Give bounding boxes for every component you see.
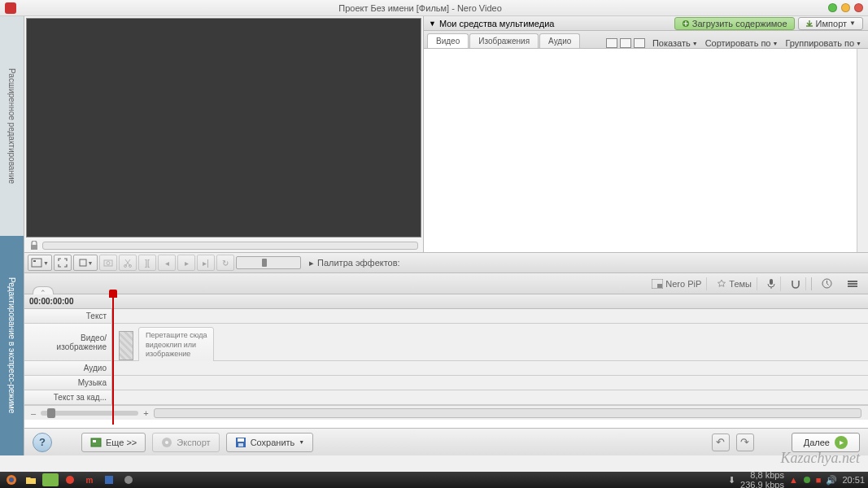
- track-label-music: Музыка: [24, 376, 112, 390]
- track-music[interactable]: [112, 376, 868, 390]
- clock[interactable]: 20:51: [842, 475, 865, 485]
- track-label-caption: Текст за кад...: [24, 390, 112, 404]
- app-icon-5[interactable]: [120, 473, 137, 486]
- svg-point-25: [66, 476, 74, 484]
- timecode-display: 00:00:00:00: [29, 297, 73, 306]
- svg-rect-15: [848, 285, 857, 287]
- loop-button: ↻: [216, 255, 234, 271]
- os-taskbar: m ⬇ 8,8 kbps 236,9 kbps ▲ ■ 🔊 20:51: [0, 472, 868, 488]
- jog-slider[interactable]: [236, 256, 301, 269]
- media-panel-title: Мои средства мультимедиа: [439, 19, 555, 28]
- svg-point-24: [9, 477, 14, 482]
- tray-icon-3[interactable]: ■: [816, 475, 822, 485]
- fullscreen-button[interactable]: [54, 255, 72, 271]
- tab-audio[interactable]: Аудио: [539, 33, 580, 48]
- svg-rect-11: [770, 279, 773, 285]
- app-icon: [5, 2, 16, 14]
- save-button[interactable]: Сохранить ▼: [226, 433, 314, 452]
- titlebar: Проект Без имени [Фильм] - Nero Video: [0, 0, 868, 16]
- more-button[interactable]: Еще >>: [81, 433, 146, 452]
- track-caption[interactable]: [112, 390, 868, 404]
- prev-frame-button: ◂: [158, 255, 176, 271]
- svg-rect-26: [105, 476, 113, 484]
- clock-button[interactable]: [817, 277, 837, 290]
- group-dropdown[interactable]: Группировать по▼: [782, 38, 865, 48]
- app-icon-4[interactable]: [101, 473, 117, 486]
- collapse-icon[interactable]: ▼: [429, 20, 436, 28]
- view-list-icon[interactable]: [620, 38, 631, 48]
- nero-pip-button[interactable]: Nero PiP: [647, 277, 707, 290]
- timeline-ruler[interactable]: 00:00:00:00: [24, 294, 868, 309]
- app-icon-2[interactable]: [62, 473, 78, 486]
- svg-point-19: [165, 441, 168, 444]
- preview-scrollbar[interactable]: [42, 242, 418, 250]
- upload-speed: 236,9 kbps: [740, 480, 784, 488]
- drop-hint: Перетащите сюда видеоклип или изображени…: [138, 327, 214, 364]
- app-icon-3[interactable]: m: [81, 473, 98, 486]
- zoom-out-icon[interactable]: –: [31, 408, 36, 418]
- track-label-text: Текст: [24, 309, 112, 323]
- svg-rect-13: [848, 281, 857, 282]
- folder-icon[interactable]: [23, 473, 39, 486]
- close-button[interactable]: [854, 3, 863, 12]
- export-button: Экспорт: [152, 433, 219, 452]
- view-detail-icon[interactable]: [634, 38, 645, 48]
- svg-rect-10: [657, 284, 662, 288]
- svg-rect-0: [31, 245, 37, 250]
- zoom-slider[interactable]: [41, 411, 138, 416]
- redo-button[interactable]: ↷: [736, 434, 754, 451]
- tool-menu-button[interactable]: ▼: [28, 255, 52, 271]
- lock-icon[interactable]: [29, 241, 39, 251]
- svg-point-27: [124, 476, 133, 484]
- zoom-in-icon[interactable]: +: [143, 408, 148, 418]
- microphone-button[interactable]: [762, 277, 781, 291]
- tab-images[interactable]: Изображения: [469, 33, 539, 48]
- download-icon: ⬇: [728, 475, 735, 486]
- timeline-scrollbar[interactable]: [154, 408, 861, 418]
- view-grid-icon[interactable]: [606, 38, 617, 48]
- crop-button[interactable]: ▼: [73, 255, 98, 271]
- clip-placeholder-icon: [119, 331, 133, 360]
- minimize-button[interactable]: [828, 3, 837, 12]
- svg-rect-21: [238, 438, 244, 442]
- tray-icon-2[interactable]: [803, 476, 811, 484]
- express-edit-tab[interactable]: Редактирование в экспресс-режиме: [0, 236, 24, 455]
- cut-button: [119, 255, 137, 271]
- track-video[interactable]: Перетащите сюда видеоклип или изображени…: [112, 324, 868, 360]
- settings-button[interactable]: [842, 277, 863, 290]
- svg-rect-14: [848, 283, 857, 285]
- media-panel-header: ▼ Мои средства мультимедиа Загрузить сод…: [424, 16, 868, 31]
- window-title: Проект Без имени [Фильм] - Nero Video: [16, 3, 824, 13]
- svg-rect-17: [93, 440, 96, 442]
- help-button[interactable]: ?: [33, 433, 52, 452]
- import-button[interactable]: Импорт ▼: [798, 17, 863, 30]
- media-library[interactable]: [424, 49, 868, 252]
- split-button: ][: [138, 255, 156, 271]
- effects-panel-header[interactable]: ▸ Палитра эффектов:: [303, 258, 865, 268]
- tray-icon-1[interactable]: ▲: [789, 475, 798, 485]
- app-icon-1[interactable]: [42, 473, 59, 486]
- tray-icon-4[interactable]: 🔊: [826, 475, 837, 486]
- preview-viewport[interactable]: [26, 18, 421, 237]
- media-scrollbar[interactable]: [857, 49, 868, 252]
- maximize-button[interactable]: [841, 3, 850, 12]
- show-dropdown[interactable]: Показать▼: [649, 38, 701, 48]
- track-label-video: Видео/ изображение: [24, 324, 112, 360]
- advanced-edit-tab[interactable]: Расширенное редактирование: [0, 16, 24, 236]
- next-button[interactable]: Далее ▸: [792, 433, 860, 452]
- playhead[interactable]: [112, 294, 114, 425]
- track-audio[interactable]: [112, 361, 868, 375]
- track-label-audio: Аудио: [24, 361, 112, 375]
- themes-button[interactable]: Темы: [712, 277, 757, 290]
- firefox-icon[interactable]: [3, 473, 20, 486]
- tab-video[interactable]: Видео: [427, 33, 469, 48]
- svg-rect-3: [33, 260, 36, 262]
- track-text[interactable]: [112, 309, 868, 323]
- undo-button[interactable]: ↶: [712, 434, 730, 451]
- svg-rect-22: [238, 443, 243, 447]
- svg-rect-4: [80, 259, 86, 266]
- magnet-button[interactable]: [786, 277, 806, 290]
- snapshot-button: [99, 255, 117, 271]
- sort-dropdown[interactable]: Сортировать по▼: [702, 38, 782, 48]
- load-content-button[interactable]: Загрузить содержимое: [674, 17, 795, 30]
